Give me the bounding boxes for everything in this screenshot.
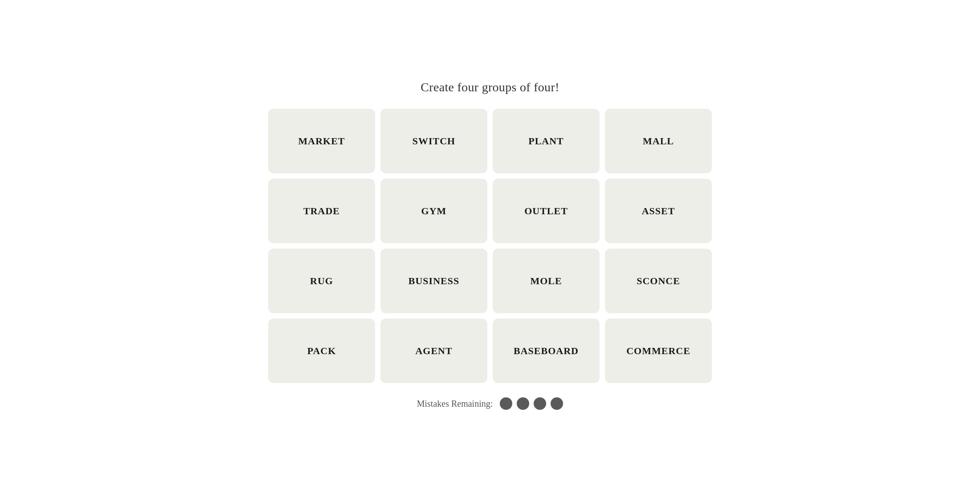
word-card-rug[interactable]: RUG bbox=[268, 249, 375, 313]
mistake-dot-1 bbox=[500, 397, 512, 410]
mistake-dot-3 bbox=[534, 397, 546, 410]
word-label-commerce: COMMERCE bbox=[626, 345, 690, 357]
mistake-dot-4 bbox=[551, 397, 563, 410]
word-label-asset: ASSET bbox=[642, 205, 675, 217]
word-card-pack[interactable]: PACK bbox=[268, 318, 375, 383]
word-card-baseboard[interactable]: BASEBOARD bbox=[493, 318, 600, 383]
word-label-market: MARKET bbox=[298, 135, 345, 147]
word-label-baseboard: BASEBOARD bbox=[514, 345, 579, 357]
dots-container bbox=[500, 397, 563, 410]
word-label-outlet: OUTLET bbox=[524, 205, 568, 217]
word-label-pack: PACK bbox=[307, 345, 336, 357]
word-label-trade: TRADE bbox=[303, 205, 340, 217]
word-label-mall: MALL bbox=[643, 135, 674, 147]
word-card-mole[interactable]: MOLE bbox=[493, 249, 600, 313]
word-label-mole: MOLE bbox=[530, 275, 562, 287]
word-card-outlet[interactable]: OUTLET bbox=[493, 179, 600, 243]
word-label-agent: AGENT bbox=[415, 345, 452, 357]
game-title: Create four groups of four! bbox=[421, 80, 559, 94]
word-card-agent[interactable]: AGENT bbox=[380, 318, 487, 383]
word-label-business: BUSINESS bbox=[408, 275, 459, 287]
mistake-dot-2 bbox=[517, 397, 529, 410]
word-card-plant[interactable]: PLANT bbox=[493, 109, 600, 173]
word-card-market[interactable]: MARKET bbox=[268, 109, 375, 173]
word-card-gym[interactable]: GYM bbox=[380, 179, 487, 243]
mistakes-section: Mistakes Remaining: bbox=[417, 397, 564, 410]
mistakes-label: Mistakes Remaining: bbox=[417, 399, 493, 409]
word-card-trade[interactable]: TRADE bbox=[268, 179, 375, 243]
word-card-business[interactable]: BUSINESS bbox=[380, 249, 487, 313]
word-card-switch[interactable]: SWITCH bbox=[380, 109, 487, 173]
word-card-sconce[interactable]: SCONCE bbox=[605, 249, 712, 313]
word-label-rug: RUG bbox=[310, 275, 333, 287]
word-card-commerce[interactable]: COMMERCE bbox=[605, 318, 712, 383]
word-grid: MARKETSWITCHPLANTMALLTRADEGYMOUTLETASSET… bbox=[268, 109, 712, 383]
game-container: Create four groups of four! MARKETSWITCH… bbox=[245, 80, 735, 410]
word-label-sconce: SCONCE bbox=[637, 275, 680, 287]
word-label-plant: PLANT bbox=[528, 135, 564, 147]
word-card-mall[interactable]: MALL bbox=[605, 109, 712, 173]
word-card-asset[interactable]: ASSET bbox=[605, 179, 712, 243]
word-label-switch: SWITCH bbox=[412, 135, 455, 147]
word-label-gym: GYM bbox=[421, 205, 447, 217]
